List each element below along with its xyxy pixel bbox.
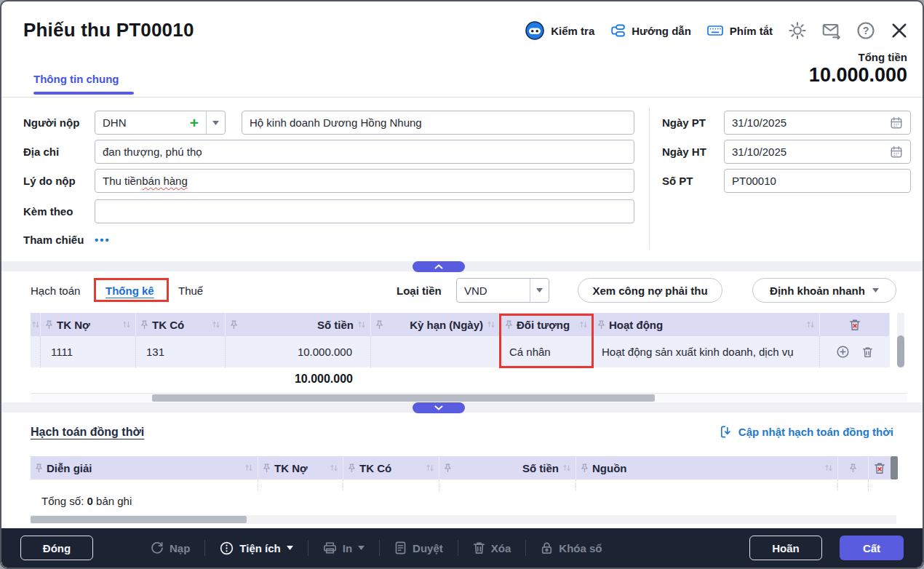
simultaneous-section-link[interactable]: Hạch toán đồng thời: [31, 426, 144, 439]
pin-icon[interactable]: [444, 463, 452, 473]
pin-icon[interactable]: [597, 320, 605, 330]
column-header-tk-co[interactable]: TK Có: [343, 456, 439, 480]
approve-button[interactable]: Duyệt: [394, 541, 443, 554]
payer-code-value[interactable]: DHN: [103, 116, 127, 129]
add-row-icon[interactable]: [837, 346, 849, 358]
spellcheck-text: bán hàng: [142, 175, 188, 187]
simultaneous-table: Diễn giải TK Nợ TK Có Số tiền: [31, 456, 891, 491]
pin-icon[interactable]: [230, 320, 238, 330]
column-header-hidden[interactable]: [31, 313, 41, 336]
pin-icon[interactable]: [45, 320, 53, 330]
cell-ky-han[interactable]: [371, 336, 501, 367]
quick-entry-button[interactable]: Định khoản nhanh: [752, 278, 896, 303]
scrollbar-thumb[interactable]: [152, 394, 655, 402]
currency-select[interactable]: VND: [456, 278, 549, 303]
cell-tk-co[interactable]: 131: [136, 336, 226, 367]
send-feedback-icon[interactable]: [822, 22, 841, 39]
collapse-down-button[interactable]: [413, 402, 465, 413]
utilities-button[interactable]: Tiện ích: [220, 541, 292, 555]
sort-icon[interactable]: [330, 463, 338, 472]
payer-code-combo[interactable]: DHN +: [95, 111, 226, 135]
reload-button[interactable]: Nạp: [151, 541, 190, 554]
currency-dropdown-arrow[interactable]: [530, 279, 549, 302]
save-button[interactable]: Cất: [840, 536, 904, 560]
doc-no-field[interactable]: PT00010: [724, 169, 911, 193]
calendar-icon[interactable]: [890, 146, 903, 159]
sort-icon[interactable]: [806, 320, 815, 329]
payer-dropdown-arrow[interactable]: [206, 111, 225, 134]
address-field[interactable]: đan thượng, phú thọ: [95, 140, 634, 164]
pin-icon[interactable]: [348, 463, 356, 473]
sort-icon[interactable]: [426, 463, 434, 472]
shortcut-button[interactable]: Phím tắt: [707, 25, 773, 37]
column-header-dien-giai[interactable]: Diễn giải: [31, 456, 258, 480]
lock-button[interactable]: Khóa sổ: [541, 541, 602, 554]
cell-tk-no[interactable]: 1111: [41, 336, 136, 367]
tab-thong-ke[interactable]: Thống kê: [105, 284, 154, 297]
sort-icon[interactable]: [357, 320, 366, 329]
check-button[interactable]: Kiểm tra: [525, 21, 594, 40]
sort-icon[interactable]: [212, 320, 220, 329]
posting-date-field[interactable]: 31/10/2025: [724, 140, 911, 164]
horizontal-scrollbar[interactable]: [31, 515, 896, 524]
sort-icon[interactable]: [579, 320, 588, 329]
sort-icon[interactable]: [824, 463, 833, 472]
delete-all-rows-icon[interactable]: [820, 313, 890, 336]
pin-icon[interactable]: [140, 320, 148, 330]
settings-gear-icon[interactable]: [789, 22, 806, 39]
column-header-tk-no[interactable]: TK Nợ: [258, 456, 343, 480]
column-header-ky-han[interactable]: Kỳ hạn (Ngày): [371, 313, 501, 336]
column-header-doi-tuong[interactable]: Đối tượng: [501, 313, 593, 336]
tab-hach-toan[interactable]: Hạch toán: [31, 284, 80, 297]
close-button[interactable]: Đóng: [20, 536, 93, 560]
print-button[interactable]: In: [323, 541, 365, 554]
cell-doi-tuong[interactable]: Cá nhân: [501, 336, 593, 367]
cell-so-tien[interactable]: 10.000.000: [226, 336, 371, 367]
pin-icon[interactable]: [849, 463, 857, 473]
tab-general-info[interactable]: Thông tin chung: [33, 73, 119, 85]
sort-icon[interactable]: [244, 463, 253, 472]
pin-icon[interactable]: [375, 320, 383, 330]
reference-more-icon[interactable]: •••: [95, 234, 111, 246]
scrollbar-thumb[interactable]: [891, 456, 898, 480]
attachment-field[interactable]: [95, 199, 634, 223]
postpone-button[interactable]: Hoãn: [749, 536, 822, 560]
close-icon[interactable]: [891, 22, 908, 39]
cell-hoat-dong[interactable]: Hoạt động sản xuất kinh doanh, dịch vụ: [593, 336, 820, 367]
column-header-so-tien[interactable]: Số tiền: [226, 313, 371, 336]
pin-icon[interactable]: [263, 463, 271, 473]
reason-field[interactable]: Thu tiền bán hàng: [95, 169, 634, 193]
payer-name-field[interactable]: Hộ kinh doanh Dương Hồng Nhung: [242, 111, 634, 135]
add-payer-icon[interactable]: +: [190, 115, 199, 130]
delete-button[interactable]: Xóa: [473, 541, 511, 554]
accounting-table-row[interactable]: 1111 131 10.000.000 Cá nhân Hoạt động sả…: [31, 336, 890, 367]
pin-icon[interactable]: [505, 320, 513, 330]
update-simultaneous-link[interactable]: Cập nhật hạch toán đồng thời: [720, 426, 893, 438]
sort-icon[interactable]: [562, 463, 571, 472]
sort-icon[interactable]: [31, 320, 40, 329]
guide-button[interactable]: Hướng dẫn: [610, 24, 691, 37]
delete-all-rows-icon[interactable]: [869, 456, 891, 480]
column-header-nguon[interactable]: Nguồn: [576, 456, 838, 480]
column-header-pin[interactable]: [838, 456, 869, 480]
help-icon[interactable]: ?: [857, 22, 875, 39]
view-receivables-button[interactable]: Xem công nợ phải thu: [578, 278, 722, 303]
horizontal-scrollbar[interactable]: [31, 393, 907, 402]
column-header-hoat-dong[interactable]: Hoạt động: [593, 313, 820, 336]
column-header-tk-co[interactable]: TK Có: [136, 313, 226, 336]
doc-date-field[interactable]: 31/10/2025: [724, 111, 911, 135]
vertical-scrollbar[interactable]: [897, 313, 904, 367]
scrollbar-thumb[interactable]: [31, 516, 247, 523]
column-header-so-tien[interactable]: Số tiền: [439, 456, 576, 480]
column-header-tk-no[interactable]: TK Nợ: [41, 313, 136, 336]
collapse-up-button[interactable]: [413, 261, 465, 272]
scrollbar-thumb[interactable]: [897, 335, 904, 367]
pin-icon[interactable]: [35, 463, 43, 473]
sort-icon[interactable]: [122, 320, 131, 329]
calendar-icon[interactable]: [890, 116, 903, 130]
vertical-scrollbar[interactable]: [891, 456, 898, 480]
delete-row-icon[interactable]: [862, 346, 873, 358]
sort-icon[interactable]: [487, 320, 495, 329]
pin-icon[interactable]: [581, 463, 589, 473]
tab-thue[interactable]: Thuế: [178, 284, 203, 297]
